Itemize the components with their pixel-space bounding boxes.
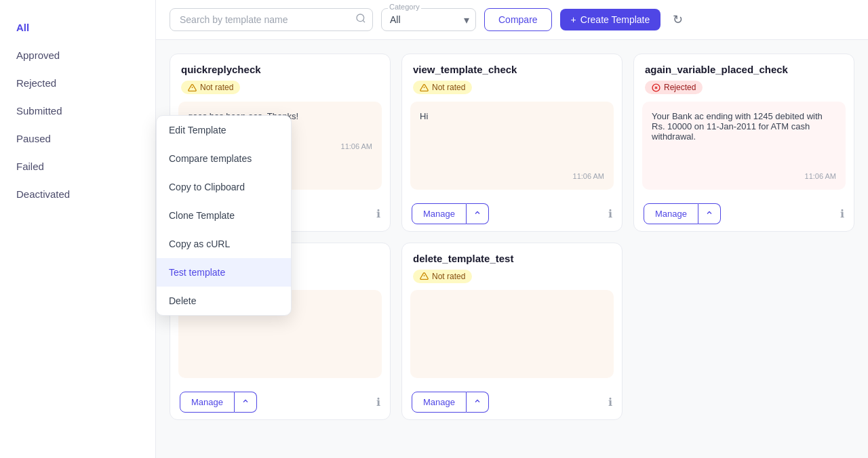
- preview-text: Your Bank ac ending with 1245 debited wi…: [652, 111, 836, 142]
- svg-line-1: [363, 20, 365, 22]
- svg-point-0: [357, 14, 364, 22]
- template-card: again_variable_placed_check Rejected You…: [633, 54, 854, 232]
- context-menu: Edit TemplateCompare templatesCopy to Cl…: [156, 115, 292, 316]
- category-label: Category: [388, 3, 421, 11]
- card-title: view_template_check: [413, 64, 611, 75]
- sidebar-item-deactivated[interactable]: Deactivated: [0, 180, 155, 208]
- manage-button[interactable]: Manage: [412, 203, 467, 224]
- context-menu-item-copy-clipboard[interactable]: Copy to Clipboard: [157, 173, 291, 201]
- status-badge: Not rated: [181, 81, 240, 94]
- card-footer: Manage ℹ: [402, 385, 622, 419]
- card-header: view_template_check Not rated: [402, 54, 622, 102]
- search-container: [170, 8, 373, 31]
- sidebar-item-approved[interactable]: Approved: [0, 41, 155, 69]
- template-card: delete_template_test Not rated Manage ℹ: [401, 243, 623, 421]
- card-title: delete_template_test: [413, 253, 611, 264]
- card-footer: Manage ℹ: [634, 196, 854, 231]
- card-header: again_variable_placed_check Rejected: [634, 54, 854, 102]
- context-menu-item-clone[interactable]: Clone Template: [157, 201, 291, 230]
- manage-btn-group: Manage: [412, 203, 489, 224]
- info-button[interactable]: ℹ: [376, 207, 380, 220]
- search-icon: [355, 13, 366, 26]
- info-button[interactable]: ℹ: [608, 207, 612, 220]
- manage-btn-group: Manage: [180, 392, 257, 413]
- manage-chevron-button[interactable]: [467, 392, 489, 413]
- refresh-button[interactable]: ↻: [669, 8, 687, 31]
- card-footer: Manage ℹ: [170, 385, 390, 419]
- sidebar: AllApprovedRejectedSubmittedPausedFailed…: [0, 0, 156, 458]
- info-button[interactable]: ℹ: [608, 396, 612, 409]
- info-button[interactable]: ℹ: [840, 207, 844, 220]
- category-select[interactable]: AllMarketingUtilityAuthentication: [381, 8, 476, 31]
- compare-button[interactable]: Compare: [484, 8, 552, 31]
- status-badge: Not rated: [413, 81, 472, 94]
- app-layout: AllApprovedRejectedSubmittedPausedFailed…: [0, 0, 868, 458]
- status-badge: Not rated: [413, 270, 472, 283]
- context-menu-item-edit[interactable]: Edit Template: [157, 116, 291, 144]
- card-preview: [410, 290, 614, 378]
- plus-icon: +: [571, 14, 576, 25]
- card-title: again_variable_placed_check: [645, 64, 843, 75]
- manage-button[interactable]: Manage: [644, 203, 698, 224]
- topbar: Category AllMarketingUtilityAuthenticati…: [156, 0, 868, 40]
- manage-chevron-button[interactable]: [698, 203, 721, 224]
- category-filter: Category AllMarketingUtilityAuthenticati…: [381, 8, 476, 31]
- context-menu-item-delete[interactable]: Delete: [157, 287, 291, 315]
- preview-time: 11:06 AM: [420, 172, 604, 180]
- card-preview: Hi 11:06 AM: [410, 102, 614, 190]
- preview-time: 11:06 AM: [652, 172, 836, 180]
- manage-chevron-button[interactable]: [235, 392, 257, 413]
- context-menu-item-compare[interactable]: Compare templates: [157, 144, 291, 173]
- sidebar-item-rejected[interactable]: Rejected: [0, 69, 155, 97]
- sidebar-item-all[interactable]: All: [0, 14, 155, 41]
- card-title: quickreplycheck: [181, 64, 379, 75]
- status-badge: Rejected: [645, 81, 703, 94]
- manage-button[interactable]: Manage: [180, 392, 235, 413]
- sidebar-item-failed[interactable]: Failed: [0, 152, 155, 180]
- sidebar-item-submitted[interactable]: Submitted: [0, 97, 155, 125]
- manage-btn-group: Manage: [644, 203, 721, 224]
- info-button[interactable]: ℹ: [376, 396, 380, 409]
- card-footer: Manage ℹ: [402, 196, 622, 231]
- template-card: view_template_check Not rated Hi 11:06 A…: [401, 54, 623, 232]
- card-preview: Your Bank ac ending with 1245 debited wi…: [642, 102, 846, 190]
- card-header: delete_template_test Not rated: [402, 243, 622, 291]
- manage-btn-group: Manage: [412, 392, 489, 413]
- search-input[interactable]: [170, 8, 373, 31]
- preview-text: Hi: [420, 111, 604, 121]
- manage-chevron-button[interactable]: [467, 203, 489, 224]
- card-header: quickreplycheck Not rated: [170, 54, 390, 102]
- create-template-button[interactable]: + Create Template: [560, 9, 661, 30]
- context-menu-item-test[interactable]: Test template: [157, 258, 291, 287]
- manage-button[interactable]: Manage: [412, 392, 467, 413]
- sidebar-item-paused[interactable]: Paused: [0, 125, 155, 152]
- context-menu-item-copy-curl[interactable]: Copy as cURL: [157, 230, 291, 258]
